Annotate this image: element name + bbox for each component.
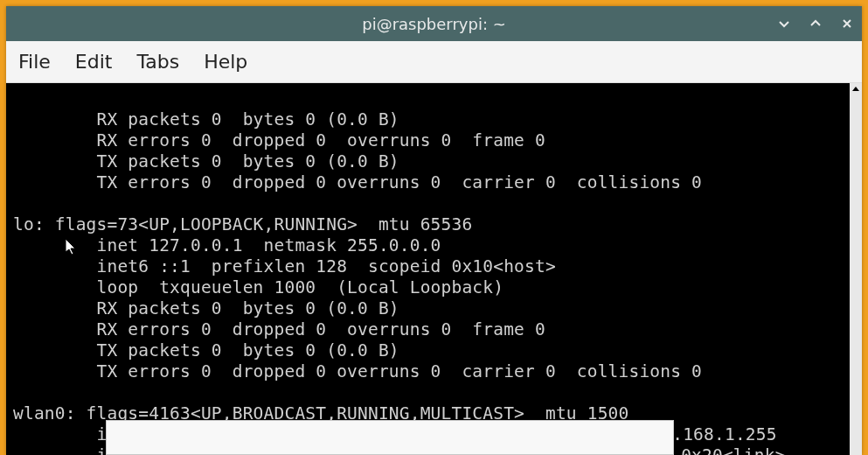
menu-edit[interactable]: Edit — [75, 51, 113, 73]
titlebar: pi@raspberrypi: ~ — [6, 6, 862, 41]
terminal-line: TX packets 0 bytes 0 (0.0 B) — [13, 151, 399, 172]
terminal-output[interactable]: RX packets 0 bytes 0 (0.0 B) RX errors 0… — [6, 83, 862, 455]
terminal-line: TX errors 0 dropped 0 overruns 0 carrier… — [13, 361, 702, 382]
minimize-icon[interactable] — [776, 18, 792, 29]
context-popup[interactable] — [106, 420, 674, 455]
scroll-up-icon[interactable] — [850, 83, 862, 95]
menu-file[interactable]: File — [18, 51, 51, 73]
maximize-icon[interactable] — [808, 18, 823, 29]
menu-help[interactable]: Help — [204, 51, 247, 73]
terminal-line: inet 127.0.0.1 netmask 255.0.0.0 — [13, 235, 441, 256]
terminal-line: inet6 ::1 prefixlen 128 scopeid 0x10<hos… — [13, 256, 556, 276]
menubar: File Edit Tabs Help — [6, 41, 862, 83]
terminal-line: TX errors 0 dropped 0 overruns 0 carrier… — [13, 172, 702, 192]
scrollbar[interactable] — [850, 83, 862, 455]
close-icon[interactable] — [839, 18, 855, 29]
terminal-area[interactable]: RX packets 0 bytes 0 (0.0 B) RX errors 0… — [6, 83, 862, 455]
window-title: pi@raspberrypi: ~ — [362, 15, 506, 33]
menu-tabs[interactable]: Tabs — [136, 51, 179, 73]
terminal-line: RX packets 0 bytes 0 (0.0 B) — [13, 298, 399, 318]
terminal-line: loop txqueuelen 1000 (Local Loopback) — [13, 277, 503, 298]
terminal-line: RX errors 0 dropped 0 overruns 0 frame 0 — [13, 130, 545, 150]
terminal-line: TX packets 0 bytes 0 (0.0 B) — [13, 340, 399, 360]
terminal-line: RX packets 0 bytes 0 (0.0 B) — [13, 109, 399, 130]
window-controls — [776, 6, 855, 41]
terminal-window: pi@raspberrypi: ~ File Edit Tabs Help RX… — [6, 6, 862, 455]
terminal-line: lo: flags=73<UP,LOOPBACK,RUNNING> mtu 65… — [13, 214, 472, 234]
terminal-line: RX errors 0 dropped 0 overruns 0 frame 0 — [13, 319, 545, 340]
